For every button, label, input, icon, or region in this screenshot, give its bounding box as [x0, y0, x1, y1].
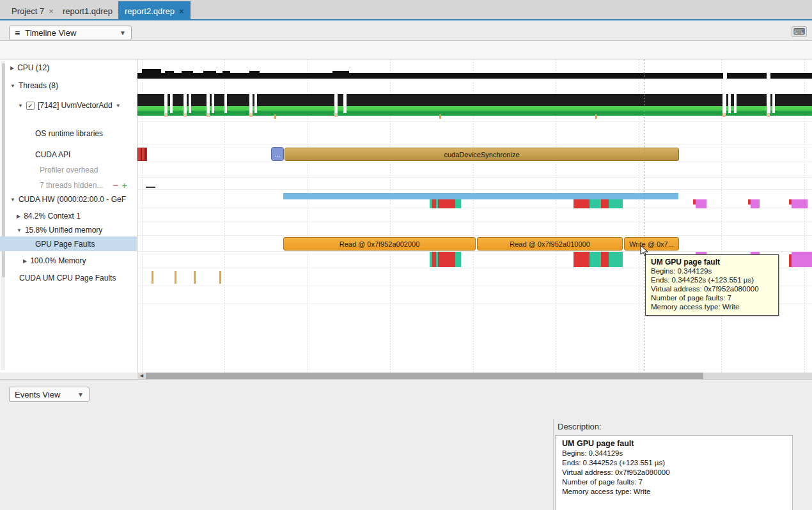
cpu-page-fault-tick [249, 113, 253, 117]
sidebar-item-profiler-overhead[interactable]: Profiler overhead [40, 166, 98, 174]
chevron-right-icon[interactable]: ▶ [23, 258, 27, 264]
description-title: UM GPU page fault [562, 439, 634, 448]
tab-bar: Project 7 × report1.qdrep × report2.qdre… [0, 0, 812, 20]
thread-checkbox[interactable]: ✓ [26, 102, 35, 110]
cpu-page-fault-event[interactable] [194, 271, 196, 284]
panel-divider[interactable] [553, 419, 554, 510]
sidebar-item-os-runtime[interactable]: OS runtime libraries [35, 129, 103, 138]
kernel-segment[interactable] [601, 199, 609, 208]
thread-gap [249, 94, 253, 113]
scroll-left-icon[interactable]: ◀ [137, 373, 146, 379]
cuda-device-synchronize-bar[interactable]: cudaDeviceSynchronize [285, 148, 679, 161]
memory-segment[interactable] [609, 252, 623, 267]
cuda-api-collapsed-chip[interactable]: ... [271, 147, 284, 161]
sidebar-item-threads[interactable]: ▼ Threads (8) [10, 81, 58, 90]
description-ends: Ends: 0.344252s (+123.551 µs) [562, 459, 665, 467]
event-tooltip: UM GPU page fault Begins: 0.344129s Ends… [645, 254, 779, 316]
collapse-threads-icon[interactable]: − [113, 180, 118, 190]
kernel-segment[interactable] [792, 199, 808, 208]
close-icon[interactable]: × [49, 6, 54, 16]
tooltip-count: Number of page faults: 7 [651, 294, 731, 302]
cpu-usage-bump [332, 71, 349, 73]
timeline-ruler[interactable]: 0s ▼ +343ms +343.2ms +343.4ms +343.6ms +… [0, 41, 812, 59]
chevron-right-icon[interactable]: ▶ [10, 65, 14, 71]
sidebar-item-unified-memory[interactable]: ▼ 15.8% Unified memory [17, 226, 102, 235]
keyboard-shortcuts-button[interactable]: ⌨ [792, 26, 807, 37]
gpu-page-fault-bar-write[interactable]: Write @ 0x7... [624, 237, 679, 251]
row-separator [137, 121, 812, 122]
thread-gap [170, 94, 173, 113]
timeline-sidebar: ▶ CPU (12) ▼ Threads (8) ▼ ✓ [7142] UvmV… [0, 59, 137, 373]
hscrollbar-thumb[interactable] [146, 373, 703, 379]
cpu-usage-bump [249, 71, 260, 73]
kernel-segment[interactable] [696, 199, 707, 208]
chevron-down-icon[interactable]: ▼ [10, 197, 15, 203]
tooltip-address: Virtual address: 0x7f952a080000 [651, 285, 759, 293]
timeline-canvas[interactable]: ... cudaDeviceSynchronize Read @ 0x7f952… [137, 59, 812, 373]
row-separator [137, 251, 812, 252]
chevron-right-icon[interactable]: ▶ [17, 213, 20, 219]
description-begins: Begins: 0.344129s [562, 449, 623, 457]
thread-gap [164, 94, 168, 113]
row-separator [137, 222, 812, 222]
close-icon[interactable]: × [179, 6, 184, 16]
thread-gap [254, 94, 257, 113]
events-view-dropdown[interactable]: Events View ▼ [9, 387, 90, 402]
chevron-down-icon[interactable]: ▼ [10, 83, 15, 89]
chevron-down-icon[interactable]: ▼ [116, 103, 121, 109]
sidebar-item-cuda-hw[interactable]: ▼ CUDA HW (0000:02:00.0 - GeF [10, 195, 126, 204]
thread-gap [734, 94, 737, 113]
events-section: Events View ▼ # ▼ Name Start Duration GP… [0, 379, 812, 510]
kernel-segment[interactable] [589, 199, 601, 208]
tooltip-ends: Ends: 0.344252s (+123.551 µs) [651, 276, 754, 284]
kernel-segment[interactable] [751, 199, 760, 208]
memory-segment[interactable] [574, 252, 589, 267]
sidebar-item-cuda-api[interactable]: CUDA API [35, 150, 70, 159]
memory-segment[interactable] [601, 252, 609, 267]
sidebar-item-thread-7142[interactable]: ▼ ✓ [7142] UvmVectorAdd ▼ [18, 101, 121, 110]
kernel-segment[interactable] [609, 199, 623, 208]
chevron-down-icon[interactable]: ▼ [17, 228, 22, 233]
memory-segment[interactable] [438, 252, 455, 267]
cpu-page-fault-tick [207, 113, 210, 117]
memory-transfer-bar[interactable] [283, 193, 678, 199]
memory-segment[interactable] [589, 252, 601, 267]
timeline-hscrollbar[interactable]: ◀ [137, 373, 812, 379]
thread-state-bar[interactable] [137, 94, 812, 106]
tab-project-7[interactable]: Project 7 × [5, 1, 60, 20]
sidebar-item-cpu[interactable]: ▶ CPU (12) [10, 63, 49, 72]
cpu-page-fault-event[interactable] [219, 271, 221, 284]
sidebar-item-threads-hidden[interactable]: 7 threads hidden... − + [40, 180, 127, 190]
thread-gap [212, 94, 214, 113]
sidebar-item-memory[interactable]: ▶ 100.0% Memory [23, 256, 86, 265]
cpu-page-fault-event[interactable] [152, 271, 153, 284]
sidebar-scrollbar[interactable] [1, 61, 5, 370]
expand-threads-icon[interactable]: + [121, 180, 127, 190]
chevron-down-icon[interactable]: ▼ [18, 103, 23, 109]
sidebar-item-um-cpu-page-faults[interactable]: CUDA UM CPU Page Faults [19, 274, 116, 282]
kernel-segment[interactable] [574, 199, 589, 208]
tab-report2-active[interactable]: report2.qdrep × [118, 1, 191, 20]
gpu-page-fault-bar-read2[interactable]: Read @ 0x7f952a010000 [477, 237, 623, 251]
thread-gap [728, 94, 731, 113]
tab-report1[interactable]: report1.qdrep × [56, 1, 129, 20]
thread-gap [224, 94, 227, 113]
cpu-page-fault-tick [164, 113, 168, 117]
thread-gap [772, 94, 775, 113]
os-runtime-marker [274, 114, 276, 119]
tab-label: report2.qdrep [125, 6, 175, 16]
gpu-page-fault-bar-read1[interactable]: Read @ 0x7f952a002000 [283, 237, 476, 251]
timeline-view-dropdown[interactable]: ≡ Timeline View ▼ [9, 26, 132, 40]
thread-running-bar [137, 106, 812, 111]
memory-segment[interactable] [455, 252, 461, 267]
cpu-page-fault-tick [334, 113, 338, 117]
memory-segment[interactable] [792, 252, 812, 267]
cuda-api-call-bar[interactable] [137, 148, 147, 161]
sidebar-item-gpu-page-faults[interactable]: GPU Page Faults [35, 240, 95, 249]
kernel-segment[interactable] [455, 199, 461, 208]
kernel-segment[interactable] [438, 199, 455, 208]
cpu-usage-bump [223, 71, 230, 73]
toolbar: ≡ Timeline View ▼ ⌨ [0, 20, 812, 41]
cpu-page-fault-event[interactable] [175, 271, 176, 284]
sidebar-item-context1[interactable]: ▶ 84.2% Context 1 [17, 212, 81, 220]
